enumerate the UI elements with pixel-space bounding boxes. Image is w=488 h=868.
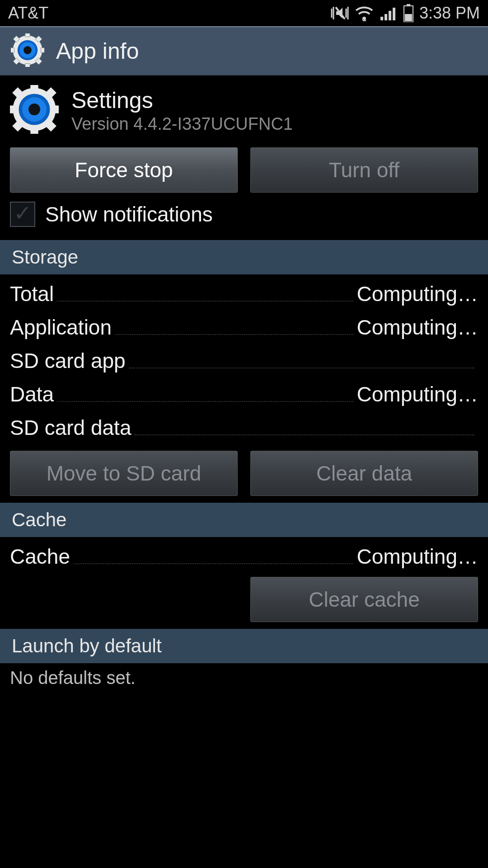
storage-total-label: Total xyxy=(10,282,54,306)
app-meta: Settings Version 4.4.2-I337UCUFNC1 xyxy=(71,87,293,134)
svg-rect-24 xyxy=(10,105,15,113)
storage-sdcard-data-label: SD card data xyxy=(10,415,131,440)
carrier-label: AT&T xyxy=(8,4,48,23)
svg-point-20 xyxy=(23,46,32,54)
signal-icon xyxy=(380,5,398,21)
page-title: App info xyxy=(56,38,139,64)
storage-data-row: Data Computing… xyxy=(0,376,488,409)
clock-label: 3:38 PM xyxy=(419,4,480,23)
row-divider xyxy=(74,563,353,564)
storage-button-row: Move to SD card Clear data xyxy=(0,443,488,501)
status-bar: AT&T 3:38 PM xyxy=(0,0,488,26)
turn-off-button[interactable]: Turn off xyxy=(250,147,478,193)
row-divider xyxy=(135,434,474,435)
row-divider xyxy=(57,301,353,302)
clear-cache-button[interactable]: Clear cache xyxy=(250,577,478,622)
show-notifications-checkbox[interactable]: ✓ xyxy=(10,202,35,227)
svg-rect-10 xyxy=(25,33,30,37)
row-divider xyxy=(115,334,353,335)
force-stop-button[interactable]: Force stop xyxy=(10,147,238,193)
svg-rect-2 xyxy=(380,17,383,20)
clear-data-button[interactable]: Clear data xyxy=(250,451,478,496)
app-header: Settings Version 4.4.2-I337UCUFNC1 xyxy=(0,76,488,139)
svg-rect-12 xyxy=(11,48,14,52)
app-name: Settings xyxy=(71,87,293,113)
storage-sdcard-app-row: SD card app xyxy=(0,342,488,376)
storage-data-label: Data xyxy=(10,382,54,406)
storage-application-row: Application Computing… xyxy=(0,309,488,342)
launch-section-header: Launch by default xyxy=(0,627,488,664)
storage-application-label: Application xyxy=(10,315,112,340)
cache-value: Computing… xyxy=(357,544,478,569)
show-notifications-label: Show notifications xyxy=(45,202,213,226)
storage-data-value: Computing… xyxy=(357,382,478,406)
cache-row: Cache Computing… xyxy=(0,538,488,571)
app-version: Version 4.4.2-I337UCUFNC1 xyxy=(71,114,293,134)
storage-section-header: Storage xyxy=(0,239,488,275)
battery-icon xyxy=(403,4,414,22)
cache-label: Cache xyxy=(10,544,70,569)
svg-rect-25 xyxy=(54,105,59,113)
svg-rect-3 xyxy=(385,14,387,20)
svg-rect-11 xyxy=(25,64,30,67)
svg-rect-5 xyxy=(393,8,395,20)
row-divider xyxy=(129,368,474,368)
row-divider xyxy=(57,401,353,402)
action-button-row: Force stop Turn off xyxy=(0,139,488,198)
svg-rect-4 xyxy=(389,11,391,20)
svg-rect-22 xyxy=(30,85,38,90)
svg-rect-23 xyxy=(30,129,38,134)
move-to-sd-button[interactable]: Move to SD card xyxy=(10,451,238,496)
title-bar: App info xyxy=(0,26,488,76)
svg-point-32 xyxy=(28,104,40,115)
vibrate-mute-icon xyxy=(331,5,349,21)
storage-application-value: Computing… xyxy=(357,315,478,340)
app-icon xyxy=(10,85,59,136)
svg-rect-13 xyxy=(41,48,44,52)
show-notifications-row[interactable]: ✓ Show notifications xyxy=(0,198,488,239)
cache-section-header: Cache xyxy=(0,501,488,538)
cache-button-row: Clear cache xyxy=(0,571,488,627)
status-icons: 3:38 PM xyxy=(331,4,480,23)
storage-total-row: Total Computing… xyxy=(0,275,488,309)
wifi-icon xyxy=(354,5,374,21)
svg-rect-8 xyxy=(405,14,412,21)
check-icon: ✓ xyxy=(14,203,32,224)
storage-sdcard-app-label: SD card app xyxy=(10,349,126,373)
defaults-text: No defaults set. xyxy=(0,664,488,688)
storage-sdcard-data-row: SD card data xyxy=(0,409,488,443)
storage-total-value: Computing… xyxy=(357,282,478,306)
settings-gear-icon xyxy=(11,33,44,69)
